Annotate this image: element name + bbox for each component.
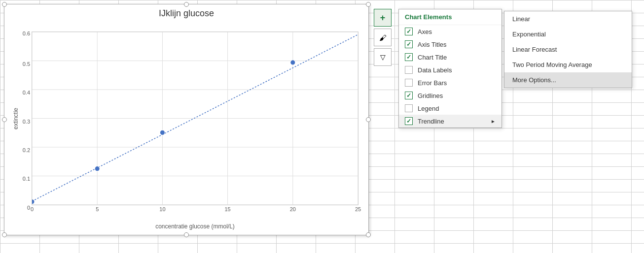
trendline-checkbox[interactable] [405,117,413,125]
chart-container[interactable]: IJklijn glucose extinctie [4,4,369,235]
panel-item-chart-title[interactable]: Chart Title [399,51,501,63]
panel-item-legend[interactable]: Legend [399,102,501,115]
axis-titles-label: Axis Titles [418,41,496,48]
right-toolbar: + 🖌 ▽ [374,9,392,66]
handle-mid-left[interactable] [2,117,7,122]
y-tick-0-6: 0.6 [23,31,32,33]
handle-bottom-center[interactable] [184,232,189,237]
panel-item-error-bars[interactable]: Error Bars [399,76,501,89]
trendline-linear-forecast[interactable]: Linear Forecast [504,42,632,57]
x-tick-15: 15 [224,205,230,212]
handle-top-center[interactable] [184,2,189,7]
trendline-two-period-moving-average[interactable]: Two Period Moving Average [504,57,632,72]
gridlines-label: Gridlines [418,92,496,99]
chart-title-label: Chart Title [418,54,496,61]
x-tick-0: 0 [31,205,34,212]
trendline-label: Trendline [418,118,491,125]
error-bars-checkbox[interactable] [405,79,413,87]
error-bars-label: Error Bars [418,79,496,87]
axes-label: Axes [418,28,496,35]
trendline-arrow-icon: ► [491,119,496,124]
x-tick-20: 20 [290,205,296,212]
chart-styles-button[interactable]: 🖌 [374,29,392,46]
trendline-linear[interactable]: Linear [504,11,632,27]
handle-top-left[interactable] [2,2,7,7]
brush-icon: 🖌 [379,33,387,42]
axes-checkbox[interactable] [405,28,413,35]
y-axis-label: extinctie [11,32,20,205]
handle-mid-right[interactable] [366,117,371,122]
add-chart-element-button[interactable]: + [374,9,392,27]
legend-label: Legend [418,105,496,112]
x-tick-5: 5 [96,205,99,212]
svg-point-14 [32,199,35,204]
y-tick-0-2: 0.2 [23,147,32,153]
y-tick-0-5: 0.5 [23,61,32,67]
axis-titles-checkbox[interactable] [405,40,413,48]
gridlines-checkbox[interactable] [405,92,413,99]
handle-bottom-right[interactable] [366,232,371,237]
svg-point-15 [95,166,100,171]
chart-plot-area: 0.6 0.5 0.4 0.3 0.2 0.1 0 0 5 10 15 20 2… [32,32,358,205]
chart-elements-panel: Chart Elements Axes Axis Titles Chart Ti… [398,9,502,128]
x-tick-10: 10 [159,205,165,212]
chart-filters-button[interactable]: ▽ [374,48,392,66]
panel-header: Chart Elements [399,9,501,25]
chart-title-checkbox[interactable] [405,53,413,61]
x-axis-label: concentratie glucose (mmol/L) [32,223,358,230]
panel-item-axis-titles[interactable]: Axis Titles [399,38,501,51]
svg-point-16 [160,130,165,135]
handle-top-right[interactable] [366,2,371,7]
trendline-submenu: Linear Exponential Linear Forecast Two P… [504,11,632,88]
panel-item-trendline[interactable]: Trendline ► [399,115,501,127]
panel-item-gridlines[interactable]: Gridlines [399,89,501,102]
chart-title: IJklijn glucose [4,8,368,19]
y-tick-0-1: 0.1 [23,176,32,182]
panel-item-data-labels[interactable]: Data Labels [399,63,501,76]
trendline-exponential[interactable]: Exponential [504,27,632,42]
data-labels-label: Data Labels [418,66,496,74]
x-tick-25: 25 [355,205,361,212]
legend-checkbox[interactable] [405,104,413,112]
panel-item-axes[interactable]: Axes [399,25,501,38]
data-labels-checkbox[interactable] [405,66,413,74]
svg-point-17 [290,60,295,65]
trendline-more-options[interactable]: More Options... [504,72,632,88]
chart-svg [32,32,358,205]
plus-icon: + [380,13,386,23]
y-tick-0-4: 0.4 [23,90,32,95]
y-tick-0-3: 0.3 [23,119,32,125]
filter-icon: ▽ [380,53,386,61]
handle-bottom-left[interactable] [2,232,7,237]
